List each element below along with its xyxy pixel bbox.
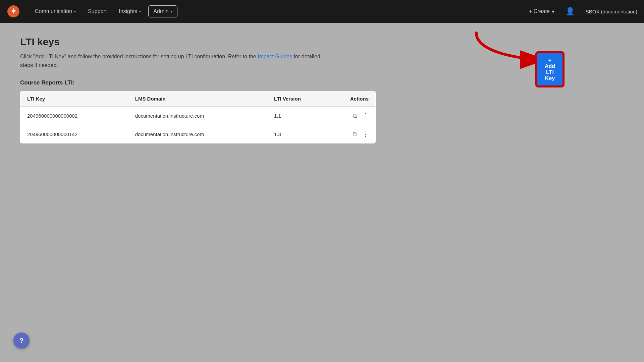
copy-icon-1[interactable]: ⧉ xyxy=(353,112,357,119)
more-icon-2[interactable]: ⋮ xyxy=(363,130,369,138)
chevron-down-icon: ▾ xyxy=(74,10,76,13)
create-label: + Create xyxy=(529,8,550,14)
action-icons-2: ⧉ ⋮ xyxy=(342,130,369,138)
create-button[interactable]: + Create ▾ xyxy=(529,8,554,15)
main-content: LTI keys Click "Add LTI Key" and follow … xyxy=(0,23,644,157)
nav-label-insights: Insights xyxy=(119,8,137,14)
org-label: SBOX (documentation) xyxy=(586,9,637,14)
nav-item-insights[interactable]: Insights ▾ xyxy=(114,6,146,17)
impact-guides-link[interactable]: Impact Guides xyxy=(258,54,292,59)
help-button[interactable]: ? xyxy=(13,333,30,349)
table-body: 204960000000000002 documentation.instruc… xyxy=(20,107,376,143)
user-icon[interactable]: 👤 xyxy=(566,7,575,16)
navbar: ✦ Communication ▾ Support Insights ▾ Adm… xyxy=(0,0,644,23)
chevron-down-icon-create: ▾ xyxy=(552,8,554,15)
nav-item-support[interactable]: Support xyxy=(83,6,111,17)
col-header-lms-domain: LMS Domain xyxy=(128,91,267,107)
nav-item-communication[interactable]: Communication ▾ xyxy=(30,6,80,17)
nav-right: + Create ▾ 👤 SBOX (documentation) xyxy=(529,6,637,16)
nav-items: Communication ▾ Support Insights ▾ Admin… xyxy=(30,5,529,17)
cell-actions-1: ⧉ ⋮ xyxy=(335,107,376,125)
nav-item-admin[interactable]: Admin ▾ xyxy=(148,5,177,17)
table-header: LTI Key LMS Domain LTI Version Actions xyxy=(20,91,376,107)
col-header-actions: Actions xyxy=(335,91,376,107)
action-icons-1: ⧉ ⋮ xyxy=(342,112,369,119)
cell-actions-2: ⧉ ⋮ xyxy=(335,125,376,143)
add-lti-key-label: + Add LTI Key xyxy=(545,57,555,81)
page-title: LTI keys xyxy=(20,36,624,48)
nav-label-communication: Communication xyxy=(35,8,72,14)
section-heading: Course Reports LTI: xyxy=(20,79,624,86)
cell-lms-domain-2: documentation.instructure.com xyxy=(128,125,267,143)
col-header-lti-key: LTI Key xyxy=(20,91,128,107)
chevron-down-icon-admin: ▾ xyxy=(171,10,172,13)
table-row: 204960000000000002 documentation.instruc… xyxy=(20,107,376,125)
nav-divider-2 xyxy=(580,6,580,16)
nav-label-support: Support xyxy=(88,8,107,14)
nav-label-admin: Admin xyxy=(153,8,168,14)
cell-lms-domain-1: documentation.instructure.com xyxy=(128,107,267,125)
cell-lti-version-1: 1.1 xyxy=(267,107,335,125)
svg-text:✦: ✦ xyxy=(10,7,16,15)
copy-icon-2[interactable]: ⧉ xyxy=(353,131,357,138)
cell-lti-key-2: 204960000000000142 xyxy=(20,125,128,143)
table-row: 204960000000000142 documentation.instruc… xyxy=(20,125,376,143)
more-icon-1[interactable]: ⋮ xyxy=(363,112,369,119)
cell-lti-version-2: 1.3 xyxy=(267,125,335,143)
page-description: Click "Add LTI Key" and follow the provi… xyxy=(20,52,322,69)
help-icon: ? xyxy=(19,337,23,345)
add-lti-key-button[interactable]: + Add LTI Key xyxy=(536,52,564,86)
col-header-lti-version: LTI Version xyxy=(267,91,335,107)
app-logo[interactable]: ✦ xyxy=(7,5,20,18)
desc-text-part1: Click "Add LTI Key" and follow the provi… xyxy=(20,54,256,59)
chevron-down-icon-insights: ▾ xyxy=(139,10,141,13)
cell-lti-key-1: 204960000000000002 xyxy=(20,107,128,125)
nav-divider xyxy=(560,6,560,16)
lti-table: LTI Key LMS Domain LTI Version Actions 2… xyxy=(20,91,376,143)
